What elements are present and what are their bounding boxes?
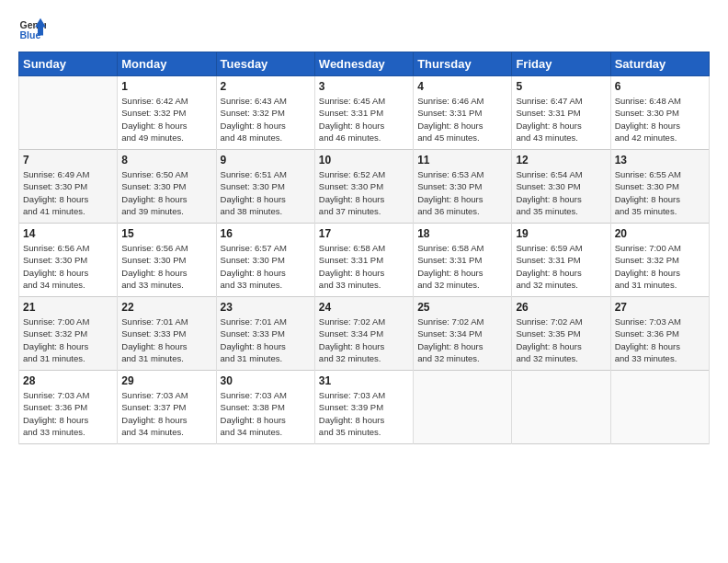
day-info: Sunrise: 6:52 AM Sunset: 3:30 PM Dayligh… — [319, 168, 409, 217]
day-number: 23 — [221, 301, 311, 314]
calendar-cell: 6Sunrise: 6:48 AM Sunset: 3:30 PM Daylig… — [610, 76, 709, 150]
day-info: Sunrise: 7:03 AM Sunset: 3:39 PM Dayligh… — [319, 389, 409, 438]
calendar-cell: 9Sunrise: 6:51 AM Sunset: 3:30 PM Daylig… — [216, 150, 314, 224]
svg-text:Blue: Blue — [20, 29, 41, 40]
calendar-cell: 25Sunrise: 7:02 AM Sunset: 3:34 PM Dayli… — [414, 297, 512, 371]
calendar-cell: 31Sunrise: 7:03 AM Sunset: 3:39 PM Dayli… — [314, 371, 413, 444]
day-number: 7 — [23, 154, 113, 167]
calendar-cell: 1Sunrise: 6:42 AM Sunset: 3:32 PM Daylig… — [118, 76, 216, 150]
calendar-cell — [414, 371, 512, 444]
day-info: Sunrise: 6:56 AM Sunset: 3:30 PM Dayligh… — [23, 242, 113, 291]
weekday-header-saturday: Saturday — [610, 52, 709, 76]
day-number: 31 — [319, 374, 409, 387]
day-info: Sunrise: 7:00 AM Sunset: 3:32 PM Dayligh… — [615, 242, 705, 291]
day-info: Sunrise: 6:45 AM Sunset: 3:31 PM Dayligh… — [319, 95, 409, 144]
calendar-cell — [610, 371, 709, 444]
day-info: Sunrise: 6:55 AM Sunset: 3:30 PM Dayligh… — [615, 168, 705, 217]
day-info: Sunrise: 6:56 AM Sunset: 3:30 PM Dayligh… — [121, 242, 211, 291]
logo: General Blue — [18, 15, 50, 42]
weekday-header-friday: Friday — [512, 52, 610, 76]
day-number: 8 — [121, 154, 211, 167]
day-info: Sunrise: 7:00 AM Sunset: 3:32 PM Dayligh… — [23, 316, 113, 364]
calendar-table: SundayMondayTuesdayWednesdayThursdayFrid… — [18, 52, 710, 444]
weekday-header-sunday: Sunday — [19, 52, 118, 76]
day-number: 10 — [319, 154, 409, 167]
day-info: Sunrise: 6:49 AM Sunset: 3:30 PM Dayligh… — [23, 168, 113, 217]
calendar-week-1: 1Sunrise: 6:42 AM Sunset: 3:32 PM Daylig… — [19, 76, 710, 150]
day-number: 13 — [615, 154, 705, 167]
calendar-cell: 22Sunrise: 7:01 AM Sunset: 3:33 PM Dayli… — [118, 297, 216, 371]
day-number: 4 — [417, 80, 507, 93]
day-number: 19 — [516, 227, 606, 240]
calendar-cell: 7Sunrise: 6:49 AM Sunset: 3:30 PM Daylig… — [19, 150, 118, 224]
day-number: 2 — [221, 80, 311, 93]
day-info: Sunrise: 7:03 AM Sunset: 3:36 PM Dayligh… — [23, 389, 113, 438]
weekday-header-tuesday: Tuesday — [216, 52, 314, 76]
day-info: Sunrise: 7:03 AM Sunset: 3:38 PM Dayligh… — [221, 389, 311, 438]
day-info: Sunrise: 6:59 AM Sunset: 3:31 PM Dayligh… — [516, 242, 606, 291]
calendar-cell: 8Sunrise: 6:50 AM Sunset: 3:30 PM Daylig… — [118, 150, 216, 224]
day-info: Sunrise: 6:43 AM Sunset: 3:32 PM Dayligh… — [221, 95, 311, 144]
day-info: Sunrise: 6:46 AM Sunset: 3:31 PM Dayligh… — [417, 95, 507, 144]
calendar-cell: 4Sunrise: 6:46 AM Sunset: 3:31 PM Daylig… — [414, 76, 512, 150]
header: General Blue — [18, 15, 710, 42]
calendar-cell: 5Sunrise: 6:47 AM Sunset: 3:31 PM Daylig… — [512, 76, 610, 150]
calendar-cell: 18Sunrise: 6:58 AM Sunset: 3:31 PM Dayli… — [414, 224, 512, 297]
calendar-cell: 20Sunrise: 7:00 AM Sunset: 3:32 PM Dayli… — [610, 224, 709, 297]
logo-icon: General Blue — [18, 15, 46, 42]
day-number: 27 — [615, 301, 705, 314]
day-info: Sunrise: 7:02 AM Sunset: 3:34 PM Dayligh… — [417, 316, 507, 364]
day-info: Sunrise: 6:58 AM Sunset: 3:31 PM Dayligh… — [417, 242, 507, 291]
day-number: 28 — [23, 374, 113, 387]
day-number: 24 — [319, 301, 409, 314]
day-info: Sunrise: 7:03 AM Sunset: 3:37 PM Dayligh… — [121, 389, 211, 438]
day-info: Sunrise: 6:53 AM Sunset: 3:30 PM Dayligh… — [417, 168, 507, 217]
calendar-week-5: 28Sunrise: 7:03 AM Sunset: 3:36 PM Dayli… — [19, 371, 710, 444]
calendar-cell: 16Sunrise: 6:57 AM Sunset: 3:30 PM Dayli… — [216, 224, 314, 297]
calendar-week-4: 21Sunrise: 7:00 AM Sunset: 3:32 PM Dayli… — [19, 297, 710, 371]
day-number: 25 — [417, 301, 507, 314]
weekday-header-row: SundayMondayTuesdayWednesdayThursdayFrid… — [19, 52, 710, 76]
calendar-cell: 17Sunrise: 6:58 AM Sunset: 3:31 PM Dayli… — [314, 224, 413, 297]
day-number: 18 — [417, 227, 507, 240]
calendar-week-2: 7Sunrise: 6:49 AM Sunset: 3:30 PM Daylig… — [19, 150, 710, 224]
calendar-cell: 15Sunrise: 6:56 AM Sunset: 3:30 PM Dayli… — [118, 224, 216, 297]
day-info: Sunrise: 6:58 AM Sunset: 3:31 PM Dayligh… — [319, 242, 409, 291]
day-number: 6 — [615, 80, 705, 93]
weekday-header-thursday: Thursday — [414, 52, 512, 76]
calendar-week-3: 14Sunrise: 6:56 AM Sunset: 3:30 PM Dayli… — [19, 224, 710, 297]
day-number: 1 — [121, 80, 211, 93]
day-number: 17 — [319, 227, 409, 240]
calendar-cell — [19, 76, 118, 150]
day-number: 12 — [516, 154, 606, 167]
calendar-cell: 30Sunrise: 7:03 AM Sunset: 3:38 PM Dayli… — [216, 371, 314, 444]
day-info: Sunrise: 6:47 AM Sunset: 3:31 PM Dayligh… — [516, 95, 606, 144]
day-number: 20 — [615, 227, 705, 240]
calendar-cell: 29Sunrise: 7:03 AM Sunset: 3:37 PM Dayli… — [118, 371, 216, 444]
calendar-cell: 11Sunrise: 6:53 AM Sunset: 3:30 PM Dayli… — [414, 150, 512, 224]
day-info: Sunrise: 7:01 AM Sunset: 3:33 PM Dayligh… — [121, 316, 211, 364]
day-info: Sunrise: 6:50 AM Sunset: 3:30 PM Dayligh… — [121, 168, 211, 217]
day-number: 26 — [516, 301, 606, 314]
weekday-header-wednesday: Wednesday — [314, 52, 413, 76]
day-info: Sunrise: 7:02 AM Sunset: 3:35 PM Dayligh… — [516, 316, 606, 364]
calendar-cell: 21Sunrise: 7:00 AM Sunset: 3:32 PM Dayli… — [19, 297, 118, 371]
calendar-cell: 3Sunrise: 6:45 AM Sunset: 3:31 PM Daylig… — [314, 76, 413, 150]
day-number: 21 — [23, 301, 113, 314]
day-number: 5 — [516, 80, 606, 93]
calendar-cell: 23Sunrise: 7:01 AM Sunset: 3:33 PM Dayli… — [216, 297, 314, 371]
day-info: Sunrise: 7:03 AM Sunset: 3:36 PM Dayligh… — [615, 316, 705, 364]
weekday-header-monday: Monday — [118, 52, 216, 76]
day-number: 16 — [221, 227, 311, 240]
calendar-cell — [512, 371, 610, 444]
day-info: Sunrise: 7:02 AM Sunset: 3:34 PM Dayligh… — [319, 316, 409, 364]
day-info: Sunrise: 6:51 AM Sunset: 3:30 PM Dayligh… — [221, 168, 311, 217]
calendar-cell: 14Sunrise: 6:56 AM Sunset: 3:30 PM Dayli… — [19, 224, 118, 297]
day-number: 30 — [221, 374, 311, 387]
calendar-cell: 13Sunrise: 6:55 AM Sunset: 3:30 PM Dayli… — [610, 150, 709, 224]
calendar-cell: 12Sunrise: 6:54 AM Sunset: 3:30 PM Dayli… — [512, 150, 610, 224]
calendar-cell: 10Sunrise: 6:52 AM Sunset: 3:30 PM Dayli… — [314, 150, 413, 224]
day-number: 22 — [121, 301, 211, 314]
day-number: 14 — [23, 227, 113, 240]
calendar-cell: 28Sunrise: 7:03 AM Sunset: 3:36 PM Dayli… — [19, 371, 118, 444]
